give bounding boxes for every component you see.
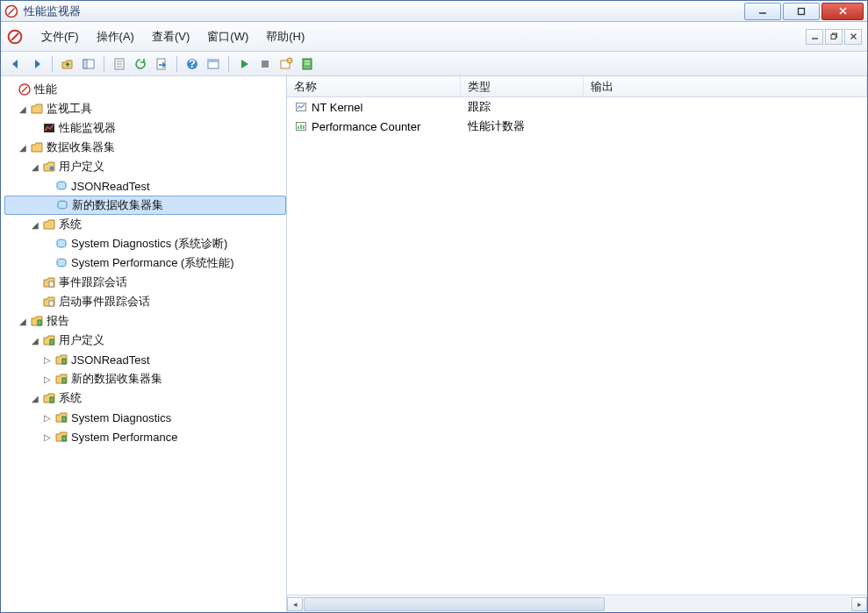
scroll-right-icon[interactable]: ▸: [851, 597, 867, 611]
refresh-button[interactable]: [131, 54, 150, 74]
menu-file[interactable]: 文件(F): [32, 25, 88, 48]
scroll-thumb[interactable]: [304, 597, 605, 611]
horizontal-scrollbar[interactable]: ◂ ▸: [287, 595, 867, 612]
folder-user-icon: [41, 160, 57, 174]
report-folder-icon: [54, 353, 69, 367]
chart-icon: [41, 121, 57, 135]
folder-doc-icon: [41, 275, 57, 289]
menu-window[interactable]: 窗口(W): [198, 25, 257, 48]
tree-node-json-read-test[interactable]: JSONReadTest: [4, 176, 286, 196]
expander-expand-icon[interactable]: ▷: [41, 432, 54, 442]
report-folder-icon: [54, 410, 69, 424]
svg-rect-43: [62, 378, 66, 383]
menu-action[interactable]: 操作(A): [88, 25, 143, 48]
cell-name: NT Kernel: [312, 101, 362, 114]
svg-rect-45: [62, 417, 66, 422]
tree-node-startup-event-trace[interactable]: 启动事件跟踪会话: [4, 292, 286, 311]
menu-help[interactable]: 帮助(H): [257, 25, 313, 48]
stop-button[interactable]: [255, 54, 275, 74]
expander-collapse-icon[interactable]: ◢: [29, 220, 41, 230]
expander-collapse-icon[interactable]: ◢: [29, 336, 41, 346]
export-button[interactable]: [152, 54, 171, 74]
back-button[interactable]: [6, 54, 25, 74]
tree-node-reports[interactable]: ◢ 报告: [4, 311, 286, 331]
mdi-restore-button[interactable]: [825, 29, 843, 45]
tree-label: 用户定义: [59, 159, 104, 175]
list-body[interactable]: NT Kernel 跟踪 Performance Counter 性能计数器: [287, 97, 867, 595]
show-hide-tree-button[interactable]: [79, 54, 98, 74]
tree-node-monitoring-tools[interactable]: ◢ 监视工具: [4, 99, 286, 118]
report-folder-icon: [41, 391, 57, 405]
expander-collapse-icon[interactable]: ◢: [17, 104, 29, 114]
tree-node-event-trace-sessions[interactable]: 事件跟踪会话: [4, 273, 286, 292]
tree-node-report-json-read-test[interactable]: ▷ JSONReadTest: [4, 350, 286, 369]
collector-icon: [54, 256, 69, 270]
svg-rect-41: [50, 339, 54, 345]
collector-icon: [54, 198, 70, 212]
tree-label: 数据收集器集: [47, 139, 115, 155]
tree-node-data-collector-sets[interactable]: ◢ 数据收集器集: [4, 138, 286, 157]
mdi-close-button[interactable]: [844, 29, 862, 45]
svg-rect-46: [62, 436, 66, 441]
svg-rect-50: [300, 125, 302, 129]
tree-node-reports-user-defined[interactable]: ◢ 用户定义: [4, 331, 286, 350]
svg-rect-38: [49, 282, 54, 287]
maximize-button[interactable]: [783, 3, 820, 20]
tree-node-root[interactable]: ▶ 性能: [4, 80, 286, 99]
minimize-button[interactable]: [744, 3, 781, 20]
expander-collapse-icon[interactable]: ◢: [29, 394, 41, 403]
tree-label: 监视工具: [47, 101, 92, 117]
perf-root-icon: [17, 82, 32, 96]
close-button[interactable]: [821, 3, 864, 20]
tree-node-report-system-performance[interactable]: ▷ System Performance: [4, 427, 286, 446]
tree-label: System Diagnostics: [71, 411, 171, 424]
separator-icon: [104, 56, 104, 72]
expander-collapse-icon[interactable]: ◢: [17, 143, 29, 153]
start-button[interactable]: [234, 54, 254, 74]
tree-label: 启动事件跟踪会话: [59, 294, 150, 310]
tree-pane[interactable]: ▶ 性能 ◢ 监视工具: [1, 76, 287, 612]
scroll-left-icon[interactable]: ◂: [287, 597, 303, 611]
column-header-type[interactable]: 类型: [461, 76, 584, 96]
expander-expand-icon[interactable]: ▷: [41, 413, 54, 423]
expander-collapse-icon[interactable]: ◢: [17, 317, 29, 326]
separator-icon: [228, 56, 229, 72]
tree-node-report-system-diagnostics[interactable]: ▷ System Diagnostics: [4, 408, 286, 427]
list-row[interactable]: Performance Counter 性能计数器: [287, 117, 867, 136]
tree-node-performance-monitor[interactable]: 性能监视器: [4, 118, 286, 138]
folder-icon: [41, 217, 57, 232]
tree-node-system-diagnostics[interactable]: System Diagnostics (系统诊断): [4, 234, 286, 253]
tree-label: System Diagnostics (系统诊断): [71, 236, 227, 252]
counter-icon: [294, 119, 308, 133]
folder-icon: [29, 140, 45, 154]
forward-button[interactable]: [27, 54, 47, 74]
help-button[interactable]: ?: [183, 54, 202, 74]
view-log-button[interactable]: [204, 54, 223, 74]
cell-type: 性能计数器: [461, 118, 584, 134]
app-window: 性能监视器 文件(F) 操作(A) 查看(V) 窗口(W) 帮助(H): [0, 0, 868, 613]
expander-expand-icon[interactable]: ▷: [41, 374, 54, 384]
column-header-name[interactable]: 名称: [287, 76, 461, 96]
view-data-button[interactable]: [298, 54, 317, 74]
expander-expand-icon[interactable]: ▷: [41, 355, 54, 365]
menu-view[interactable]: 查看(V): [143, 25, 198, 48]
expander-collapse-icon[interactable]: ◢: [29, 162, 41, 172]
tree-node-new-dcs[interactable]: 新的数据收集器集: [4, 196, 286, 215]
tree-label: System Performance (系统性能): [71, 255, 234, 271]
svg-rect-3: [799, 8, 805, 14]
mdi-minimize-button[interactable]: [806, 29, 823, 45]
properties-button[interactable]: [110, 54, 129, 74]
scroll-track[interactable]: [304, 597, 850, 611]
column-header-output[interactable]: 输出: [584, 76, 867, 96]
tree-node-system-performance[interactable]: System Performance (系统性能): [4, 253, 286, 273]
cell-name: Performance Counter: [312, 120, 420, 133]
tree-label: 系统: [59, 390, 82, 406]
tree-node-user-defined[interactable]: ◢ 用户定义: [4, 157, 286, 176]
new-window-button[interactable]: [276, 54, 296, 74]
tree-node-report-new-dcs[interactable]: ▷ 新的数据收集器集: [4, 369, 286, 388]
list-pane: 名称 类型 输出 NT Kernel 跟踪 Performance Count: [287, 76, 867, 612]
tree-node-reports-system[interactable]: ◢ 系统: [4, 388, 286, 408]
up-folder-button[interactable]: [58, 54, 77, 74]
list-row[interactable]: NT Kernel 跟踪: [287, 97, 867, 117]
tree-node-system[interactable]: ◢ 系统: [4, 215, 286, 234]
